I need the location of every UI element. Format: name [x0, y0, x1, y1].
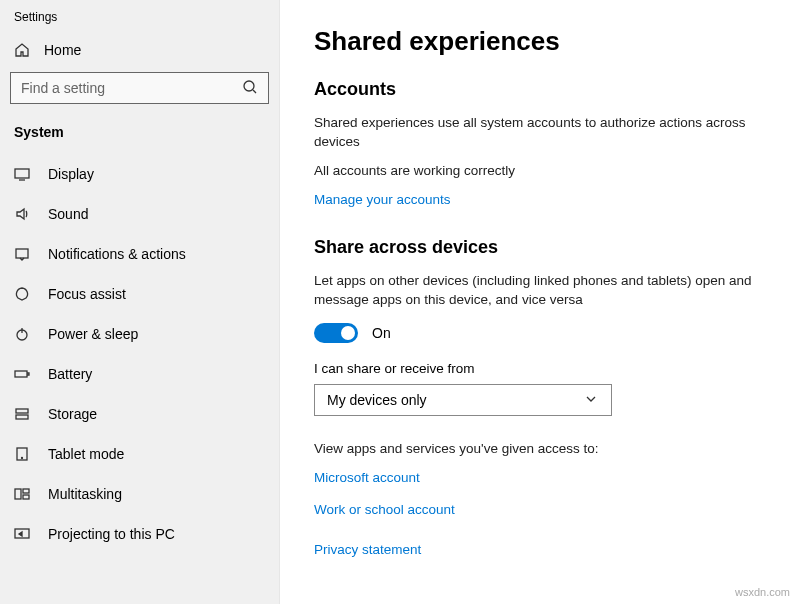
- privacy-link[interactable]: Privacy statement: [314, 542, 421, 557]
- nav-label: Display: [48, 166, 94, 182]
- svg-rect-11: [23, 495, 29, 499]
- sidebar-item-display[interactable]: Display: [0, 154, 279, 194]
- display-icon: [14, 166, 30, 182]
- svg-rect-2: [16, 249, 28, 258]
- page-title: Shared experiences: [314, 26, 766, 57]
- projecting-icon: [14, 526, 30, 542]
- sidebar-item-multitask[interactable]: Multitasking: [0, 474, 279, 514]
- sidebar-item-sound[interactable]: Sound: [0, 194, 279, 234]
- storage-icon: [14, 406, 30, 422]
- svg-rect-6: [16, 415, 28, 419]
- nav-label: Tablet mode: [48, 446, 124, 462]
- sound-icon: [14, 206, 30, 222]
- home-icon: [14, 42, 30, 58]
- search-box[interactable]: [10, 72, 269, 104]
- focus-icon: [14, 286, 30, 302]
- nav-label: Projecting to this PC: [48, 526, 175, 542]
- tablet-icon: [14, 446, 30, 462]
- svg-point-8: [22, 458, 23, 459]
- sidebar-item-tablet[interactable]: Tablet mode: [0, 434, 279, 474]
- dropdown-value: My devices only: [327, 392, 427, 408]
- nav-label: Multitasking: [48, 486, 122, 502]
- svg-rect-10: [23, 489, 29, 493]
- sidebar: Settings Home System DisplaySoundNotific…: [0, 0, 280, 604]
- access-text: View apps and services you've given acce…: [314, 440, 766, 459]
- nav-label: Power & sleep: [48, 326, 138, 342]
- nav-label: Notifications & actions: [48, 246, 186, 262]
- multitask-icon: [14, 486, 30, 502]
- svg-point-0: [244, 81, 254, 91]
- svg-rect-4: [15, 371, 27, 377]
- section-label: System: [0, 118, 279, 154]
- nav-label: Storage: [48, 406, 97, 422]
- work-school-link[interactable]: Work or school account: [314, 502, 455, 517]
- watermark: wsxdn.com: [735, 586, 790, 598]
- home-label: Home: [44, 42, 81, 58]
- search-wrap: [0, 68, 279, 118]
- accounts-heading: Accounts: [314, 79, 766, 100]
- share-toggle[interactable]: [314, 323, 358, 343]
- search-input[interactable]: [21, 80, 242, 96]
- home-button[interactable]: Home: [0, 32, 279, 68]
- sidebar-item-storage[interactable]: Storage: [0, 394, 279, 434]
- main-content: Shared experiences Accounts Shared exper…: [280, 0, 800, 604]
- manage-accounts-link[interactable]: Manage your accounts: [314, 192, 451, 207]
- svg-rect-9: [15, 489, 21, 499]
- search-icon: [242, 79, 258, 98]
- svg-rect-5: [16, 409, 28, 413]
- svg-rect-1: [15, 169, 29, 178]
- sidebar-item-power[interactable]: Power & sleep: [0, 314, 279, 354]
- accounts-desc: Shared experiences use all system accoun…: [314, 114, 766, 152]
- share-from-label: I can share or receive from: [314, 361, 766, 376]
- nav-label: Sound: [48, 206, 88, 222]
- microsoft-account-link[interactable]: Microsoft account: [314, 470, 420, 485]
- nav-list: DisplaySoundNotifications & actionsFocus…: [0, 154, 279, 604]
- share-heading: Share across devices: [314, 237, 766, 258]
- notifications-icon: [14, 246, 30, 262]
- sidebar-item-projecting[interactable]: Projecting to this PC: [0, 514, 279, 554]
- sidebar-item-notifications[interactable]: Notifications & actions: [0, 234, 279, 274]
- toggle-label: On: [372, 325, 391, 341]
- battery-icon: [14, 366, 30, 382]
- sidebar-item-battery[interactable]: Battery: [0, 354, 279, 394]
- share-desc: Let apps on other devices (including lin…: [314, 272, 766, 310]
- nav-label: Focus assist: [48, 286, 126, 302]
- accounts-status: All accounts are working correctly: [314, 162, 766, 181]
- share-toggle-row: On: [314, 323, 766, 343]
- nav-label: Battery: [48, 366, 92, 382]
- share-from-dropdown[interactable]: My devices only: [314, 384, 612, 416]
- chevron-down-icon: [583, 391, 599, 410]
- power-icon: [14, 326, 30, 342]
- app-title: Settings: [0, 0, 279, 32]
- sidebar-item-focus[interactable]: Focus assist: [0, 274, 279, 314]
